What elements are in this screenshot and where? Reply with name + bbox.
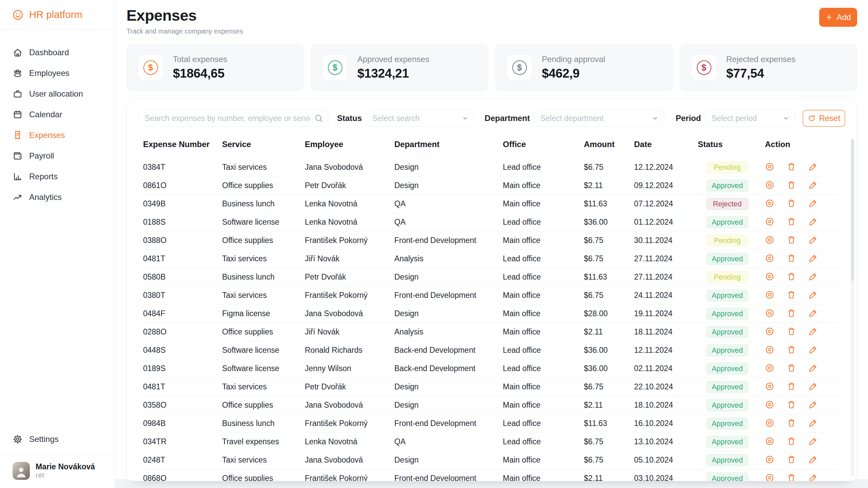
delete-button[interactable]: [787, 162, 796, 172]
delete-button[interactable]: [787, 217, 796, 227]
sidebar-item-settings[interactable]: Settings: [13, 429, 115, 449]
sidebar-item-dashboard[interactable]: Dashboard: [13, 42, 115, 63]
cell-expense-number: 0481T: [143, 378, 222, 396]
view-icon: [765, 363, 774, 373]
view-button[interactable]: [765, 382, 774, 392]
status-select[interactable]: Select search: [366, 110, 474, 127]
view-button[interactable]: [765, 436, 774, 447]
cell-expense-number: 0984B: [143, 414, 222, 433]
delete-button[interactable]: [787, 180, 796, 191]
brand: HR platform: [0, 0, 115, 30]
delete-button[interactable]: [787, 253, 796, 264]
view-button[interactable]: [765, 455, 774, 465]
view-button[interactable]: [765, 418, 774, 429]
edit-button[interactable]: [808, 382, 818, 392]
sidebar-item-payroll[interactable]: Payroll: [13, 145, 115, 166]
department-filter-label: Department: [485, 114, 530, 123]
edit-button[interactable]: [808, 345, 818, 355]
view-button[interactable]: [765, 327, 774, 337]
edit-button[interactable]: [808, 199, 818, 209]
cell-expense-number: 0288O: [143, 323, 222, 341]
view-button[interactable]: [765, 162, 774, 172]
cell-date: 05.10.2024: [634, 451, 698, 469]
cell-service: Software license: [222, 360, 305, 378]
cell-status: Rejected: [698, 195, 755, 213]
sidebar-item-employees[interactable]: Employees: [13, 63, 115, 83]
view-button[interactable]: [765, 199, 774, 209]
delete-button[interactable]: [787, 382, 796, 392]
table-scrollbar[interactable]: [851, 139, 854, 477]
cell-action: [755, 195, 840, 213]
delete-button[interactable]: [787, 436, 796, 447]
cell-action: [755, 268, 840, 286]
edit-button[interactable]: [808, 162, 818, 172]
delete-button[interactable]: [787, 400, 796, 410]
view-icon: [765, 418, 774, 428]
delete-button[interactable]: [787, 345, 796, 355]
view-button[interactable]: [765, 180, 774, 191]
edit-button[interactable]: [808, 418, 818, 429]
sidebar-item-analytics[interactable]: Analytics: [13, 187, 115, 207]
sidebar-item-expenses[interactable]: Expenses: [13, 125, 115, 145]
cell-department: Front-end Development: [394, 286, 503, 305]
delete-button[interactable]: [787, 418, 796, 429]
user-profile[interactable]: Marie Nováková HR: [13, 454, 115, 488]
sidebar-item-user-allocation[interactable]: User allocation: [13, 83, 115, 104]
delete-button[interactable]: [787, 235, 796, 246]
department-select[interactable]: Select department: [534, 110, 664, 127]
view-button[interactable]: [765, 290, 774, 301]
edit-button[interactable]: [808, 253, 818, 264]
cell-date: 03.10.2024: [634, 469, 698, 482]
edit-button[interactable]: [808, 363, 818, 374]
view-button[interactable]: [765, 217, 774, 227]
pencil-icon: [808, 162, 818, 171]
delete-button[interactable]: [787, 290, 796, 301]
delete-button[interactable]: [787, 199, 796, 209]
stat-value: $1324,21: [357, 66, 429, 81]
reset-filters-button[interactable]: Reset: [803, 110, 845, 127]
cell-amount: $6.75: [584, 250, 634, 268]
edit-button[interactable]: [808, 235, 818, 246]
table-scrollbar-thumb[interactable]: [851, 139, 854, 281]
view-button[interactable]: [765, 473, 774, 481]
delete-button[interactable]: [787, 272, 796, 282]
edit-button[interactable]: [808, 455, 818, 465]
search-icon: [314, 114, 323, 123]
delete-button[interactable]: [787, 455, 796, 465]
period-select[interactable]: Select period: [705, 110, 795, 127]
view-button[interactable]: [765, 308, 774, 319]
edit-button[interactable]: [808, 327, 818, 337]
stat-cards: $ Total expenses $1864,65 $ Approved exp…: [126, 44, 857, 91]
cell-office: Lead office: [503, 268, 584, 286]
view-button[interactable]: [765, 253, 774, 264]
status-badge: Approved: [706, 454, 749, 467]
cell-status: Approved: [698, 341, 755, 360]
view-button[interactable]: [765, 400, 774, 410]
view-button[interactable]: [765, 363, 774, 374]
edit-button[interactable]: [808, 180, 818, 191]
search-input[interactable]: [138, 110, 329, 127]
delete-button[interactable]: [787, 327, 796, 337]
cell-employee: Lenka Novotná: [305, 195, 394, 213]
delete-button[interactable]: [787, 363, 796, 374]
edit-button[interactable]: [808, 272, 818, 282]
cell-department: Design: [394, 378, 503, 396]
view-button[interactable]: [765, 272, 774, 282]
delete-button[interactable]: [787, 473, 796, 481]
edit-button[interactable]: [808, 217, 818, 227]
delete-button[interactable]: [787, 308, 796, 319]
edit-button[interactable]: [808, 473, 818, 481]
sidebar-item-reports[interactable]: Reports: [13, 166, 115, 187]
view-button[interactable]: [765, 345, 774, 355]
edit-button[interactable]: [808, 308, 818, 319]
edit-button[interactable]: [808, 436, 818, 447]
cell-action: [755, 213, 840, 231]
edit-button[interactable]: [808, 400, 818, 410]
status-badge: Approved: [706, 417, 749, 430]
cell-service: Taxi services: [222, 250, 305, 268]
cell-department: Front-end Development: [394, 231, 503, 250]
view-button[interactable]: [765, 235, 774, 246]
edit-button[interactable]: [808, 290, 818, 301]
sidebar-item-calendar[interactable]: Calendar: [13, 104, 115, 125]
add-expense-button[interactable]: Add: [819, 8, 857, 27]
